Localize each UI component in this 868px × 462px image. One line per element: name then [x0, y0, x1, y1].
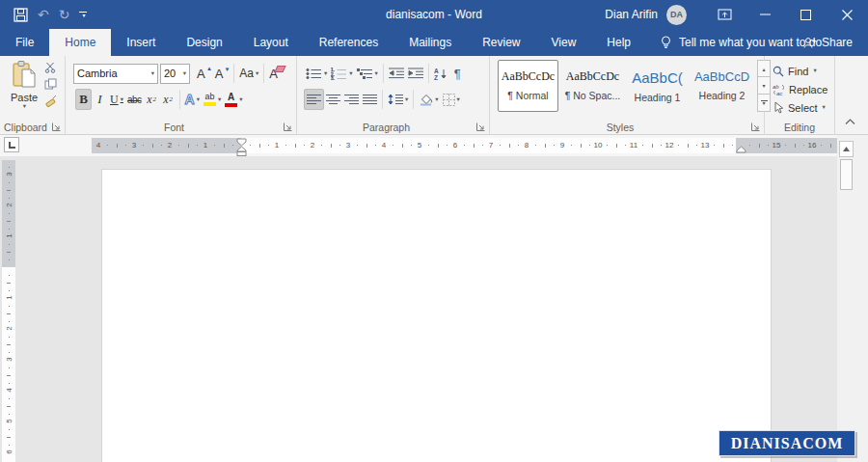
- numbering-button[interactable]: 1.2.3.▾: [329, 63, 354, 84]
- horizontal-ruler[interactable]: 4321123456789101112131516: [92, 138, 837, 153]
- tab-references[interactable]: References: [304, 29, 393, 56]
- vertical-scrollbar[interactable]: [839, 138, 854, 462]
- ruler-number: 2: [5, 199, 14, 212]
- ruler-number: 5: [5, 415, 14, 428]
- strikethrough-button[interactable]: abc: [125, 89, 144, 110]
- ruler-tick: [9, 259, 10, 260]
- paragraph-dialog-launcher-icon[interactable]: [475, 122, 486, 132]
- customize-quick-access-icon[interactable]: ▾: [79, 12, 87, 18]
- ruler-tick: [447, 145, 448, 146]
- tab-home[interactable]: Home: [49, 29, 111, 56]
- ruler-number: 8: [525, 141, 529, 150]
- superscript-button[interactable]: x2: [160, 89, 176, 110]
- ribbon-display-options-icon[interactable]: [704, 0, 745, 29]
- bold-button[interactable]: B: [75, 89, 92, 110]
- ruler-tick: [678, 145, 679, 146]
- styles-dialog-launcher-icon[interactable]: [750, 122, 761, 132]
- tab-help[interactable]: Help: [591, 29, 646, 56]
- find-button[interactable]: Find ▾: [765, 62, 834, 80]
- redo-icon[interactable]: ↻: [59, 8, 70, 21]
- left-indent-marker[interactable]: [236, 138, 247, 156]
- format-painter-icon[interactable]: [44, 95, 57, 107]
- tab-insert[interactable]: Insert: [111, 29, 171, 56]
- maximize-button[interactable]: [785, 0, 826, 29]
- scroll-up-icon[interactable]: [839, 141, 854, 157]
- subscript-button[interactable]: x2: [144, 89, 160, 110]
- cut-icon[interactable]: [44, 62, 57, 73]
- ruler-tick: [161, 145, 162, 146]
- align-center-button[interactable]: [324, 89, 342, 110]
- document-page[interactable]: [101, 169, 772, 462]
- underline-button[interactable]: U▾: [108, 89, 125, 110]
- style-card-heading-2[interactable]: AaBbCcDHeading 2: [692, 60, 752, 112]
- editing-group: Find ▾ abac Replace Select ▾ Editing: [765, 56, 835, 135]
- change-case-button[interactable]: Aa▾: [237, 63, 260, 84]
- ruler-tick: [178, 145, 179, 146]
- ruler-tick: [749, 145, 750, 146]
- style-name: Heading 1: [628, 92, 687, 103]
- font-color-button[interactable]: A▾: [223, 89, 244, 110]
- align-left-button[interactable]: [304, 89, 324, 110]
- italic-button[interactable]: I: [92, 89, 108, 110]
- paste-button[interactable]: Paste ▾: [5, 60, 43, 129]
- tab-layout[interactable]: Layout: [238, 29, 304, 56]
- style-card-heading-1[interactable]: AaBbC(Heading 1: [627, 60, 688, 112]
- ruler-tick: [723, 144, 724, 148]
- signed-in-user[interactable]: Dian Arifin: [605, 8, 658, 21]
- tab-file[interactable]: File: [0, 29, 49, 56]
- show-paragraph-marks-button[interactable]: ¶: [449, 63, 466, 84]
- replace-icon: abac: [773, 83, 785, 95]
- save-icon[interactable]: [14, 8, 28, 22]
- borders-button[interactable]: ▾: [441, 89, 462, 110]
- styles-group-label: Styles: [490, 122, 750, 133]
- decrease-indent-button[interactable]: [387, 63, 406, 84]
- style-card--normal[interactable]: AaBbCcDc¶ Normal: [498, 60, 558, 112]
- ruler-number: 3: [5, 353, 14, 367]
- tab-mailings[interactable]: Mailings: [393, 29, 467, 56]
- vertical-ruler[interactable]: 321123456: [2, 160, 15, 462]
- sort-button[interactable]: AZ: [432, 63, 449, 84]
- tab-review[interactable]: Review: [467, 29, 535, 56]
- ruler-tick: [589, 145, 590, 146]
- font-family-combobox[interactable]: Cambria ▾: [73, 64, 158, 84]
- right-indent-marker[interactable]: [736, 146, 746, 153]
- tab-view[interactable]: View: [536, 29, 592, 56]
- text-highlight-button[interactable]: ab▾: [202, 89, 223, 110]
- line-spacing-button[interactable]: ▾: [386, 89, 410, 110]
- undo-icon[interactable]: ↶: [38, 8, 49, 21]
- tab-stop-selector[interactable]: [4, 137, 19, 152]
- justify-button[interactable]: [361, 89, 379, 110]
- avatar[interactable]: DA: [666, 5, 687, 25]
- minimize-button[interactable]: [745, 0, 785, 29]
- replace-button[interactable]: abac Replace: [765, 80, 834, 98]
- clear-formatting-button[interactable]: A: [267, 63, 285, 84]
- increase-indent-button[interactable]: [406, 63, 425, 84]
- close-button[interactable]: [826, 0, 868, 29]
- tab-design[interactable]: Design: [171, 29, 237, 56]
- font-dialog-launcher-icon[interactable]: [283, 122, 293, 132]
- ruler-tick: [188, 144, 189, 148]
- share-button[interactable]: Share: [803, 29, 853, 56]
- grow-font-button[interactable]: A: [195, 63, 213, 84]
- select-button[interactable]: Select ▾: [765, 98, 834, 117]
- style-card--no-spac-[interactable]: AaBbCcDc¶ No Spac...: [562, 60, 623, 112]
- editing-group-label: Editing: [765, 122, 834, 133]
- text-effects-button[interactable]: A▾: [183, 89, 202, 110]
- font-family-dropdown-icon: ▾: [151, 70, 154, 77]
- style-name: ¶ No Spac...: [563, 90, 622, 101]
- shrink-font-button[interactable]: A: [213, 63, 231, 84]
- copy-icon[interactable]: [44, 78, 57, 90]
- ruler-tick: [9, 429, 10, 430]
- collapse-ribbon-icon[interactable]: [845, 119, 855, 129]
- ruler-tick: [107, 145, 108, 146]
- clipboard-dialog-launcher-icon[interactable]: [51, 122, 62, 132]
- highlight-color-swatch: [203, 102, 216, 106]
- scrollbar-thumb[interactable]: [840, 159, 853, 190]
- align-right-button[interactable]: [342, 89, 361, 110]
- ruler-number: 6: [5, 446, 14, 459]
- shading-button[interactable]: ▾: [417, 89, 440, 110]
- bullets-button[interactable]: ▾: [304, 63, 329, 84]
- multilevel-list-button[interactable]: ▾: [355, 63, 380, 84]
- tell-me-box[interactable]: Tell me what you want to do: [660, 29, 822, 56]
- font-size-combobox[interactable]: 20 ▾: [160, 64, 190, 84]
